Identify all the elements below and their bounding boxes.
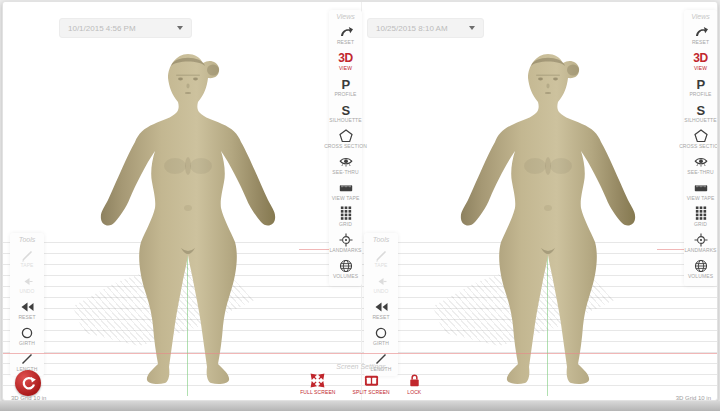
views-silhouette-button[interactable]: S SILHOUETTE [329,100,362,123]
views-profile-label: PROFILE [689,92,711,97]
screen-settings-header: Screen Settings [336,363,385,370]
views-3d-label: VIEW [339,66,352,71]
scan-date-left: 10/1/2015 4:56 PM [68,24,136,33]
split-screen-button[interactable]: SPLIT SCREEN [353,373,390,395]
lock-button[interactable]: LOCK [407,373,422,395]
app-window: 10/1/2015 4:56 PM 10/25/2015 8:10 AM Vie… [2,1,718,401]
crosshair-icon [339,233,353,247]
views-reset-label: RESET [692,40,709,45]
views-view-tape-label: VIEW TAPE [687,196,715,201]
pencil-icon [20,248,34,262]
views-reset-button[interactable]: RESET [329,22,362,45]
views-header: Views [691,13,710,20]
tools-girth-button[interactable]: GIRTH [10,323,44,346]
full-screen-button[interactable]: FULL SCREEN [300,373,335,395]
crosshair-icon [694,233,708,247]
tools-girth-button[interactable]: GIRTH [364,323,398,346]
tools-tape-label: TAPE [20,263,33,268]
views-silhouette-label: SILHOUETTE [684,118,716,123]
3d-view-icon: 3D [338,52,352,65]
views-profile-button[interactable]: P PROFILE [329,74,362,97]
window-bottom-edge [0,401,720,411]
tools-reset-label: RESET [18,315,35,320]
views-view-tape-button[interactable]: VIEW TAPE [684,178,717,201]
scan-date-dropdown-right[interactable]: 10/25/2015 8:10 AM [367,18,484,38]
views-volumes-button[interactable]: VOLUMES [684,256,717,279]
views-view-tape-label: VIEW TAPE [332,196,360,201]
tools-undo-button[interactable]: UNDO [10,271,44,294]
views-see-thru-label: SEE-THRU [332,170,358,175]
views-toolbar-left: Views RESET 3D VIEW P PROFILE S SILHOUET… [329,10,362,286]
undo-arrow-icon [374,274,388,288]
views-silhouette-button[interactable]: S SILHOUETTE [684,100,717,123]
tools-reset-button[interactable]: RESET [364,297,398,320]
views-3d-button[interactable]: 3D VIEW [684,48,717,71]
unlock-rotation-button[interactable] [15,370,41,396]
screen-settings: Screen Settings FULL SCREEN SPLIT SCREEN… [291,363,431,395]
unlock-rotate-icon [21,376,36,391]
views-profile-label: PROFILE [334,92,356,97]
scan-date-dropdown-left[interactable]: 10/1/2015 4:56 PM [59,18,192,38]
silhouette-view-icon: S [696,104,704,117]
views-cross-section-label: CROSS SECTION [324,144,367,149]
tools-girth-label: GIRTH [373,341,389,346]
tools-header: Tools [373,236,389,243]
views-grid-button[interactable]: GRID [329,204,362,227]
reset-view-icon [339,25,353,39]
floor-measure-line [3,353,718,354]
eye-icon [694,155,708,169]
tools-tape-button[interactable]: TAPE [364,245,398,268]
circle-icon [374,326,388,340]
views-reset-button[interactable]: RESET [684,22,717,45]
views-grid-button[interactable]: GRID [684,204,717,227]
dot-grid-icon [339,206,353,221]
dot-grid-icon [694,206,708,221]
views-3d-button[interactable]: 3D VIEW [329,48,362,71]
views-landmarks-button[interactable]: LANDMARKS [329,230,362,253]
views-landmarks-label: LANDMARKS [684,248,716,253]
views-landmarks-button[interactable]: LANDMARKS [684,230,717,253]
lock-label: LOCK [407,390,421,395]
views-cross-section-label: CROSS SECTION [679,144,718,149]
views-volumes-label: VOLUMES [333,274,358,279]
pentagon-icon [694,129,708,143]
padlock-icon [407,373,422,388]
scan-date-right: 10/25/2015 8:10 AM [376,24,448,33]
views-silhouette-label: SILHOUETTE [329,118,361,123]
tools-header: Tools [19,236,35,243]
chevron-down-icon [177,26,183,30]
views-landmarks-label: LANDMARKS [329,248,361,253]
tools-reset-label: RESET [372,315,389,320]
views-view-tape-button[interactable]: VIEW TAPE [329,178,362,201]
views-profile-button[interactable]: P PROFILE [684,74,717,97]
views-volumes-button[interactable]: VOLUMES [329,256,362,279]
tape-measure-icon [339,181,353,195]
profile-view-icon: P [696,78,704,91]
eye-icon [339,155,353,169]
tools-toolbar-right: Tools TAPE UNDO RESET GIRTH LENGTH [364,233,398,376]
tools-reset-button[interactable]: RESET [10,297,44,320]
tape-measure-icon [694,181,708,195]
tools-undo-label: UNDO [373,289,388,294]
tools-undo-button[interactable]: UNDO [364,271,398,294]
body-scan-model-left[interactable] [78,48,298,388]
views-see-thru-button[interactable]: SEE-THRU [329,152,362,175]
views-see-thru-button[interactable]: SEE-THRU [684,152,717,175]
views-grid-label: GRID [694,222,707,227]
diagonal-line-icon [20,352,34,366]
globe-icon [339,259,353,273]
pencil-icon [374,248,388,262]
views-volumes-label: VOLUMES [688,274,713,279]
body-scan-model-right[interactable] [438,48,658,388]
double-back-arrow-icon [20,300,34,314]
views-cross-section-button[interactable]: CROSS SECTION [329,126,362,149]
tools-undo-label: UNDO [19,289,34,294]
views-toolbar-right: Views RESET 3D VIEW P PROFILE S SILHOUET… [684,10,717,286]
3d-view-icon: 3D [693,52,707,65]
views-cross-section-button[interactable]: CROSS SECTION [684,126,717,149]
tools-tape-button[interactable]: TAPE [10,245,44,268]
undo-arrow-icon [20,274,34,288]
double-back-arrow-icon [374,300,388,314]
views-grid-label: GRID [339,222,352,227]
globe-icon [694,259,708,273]
